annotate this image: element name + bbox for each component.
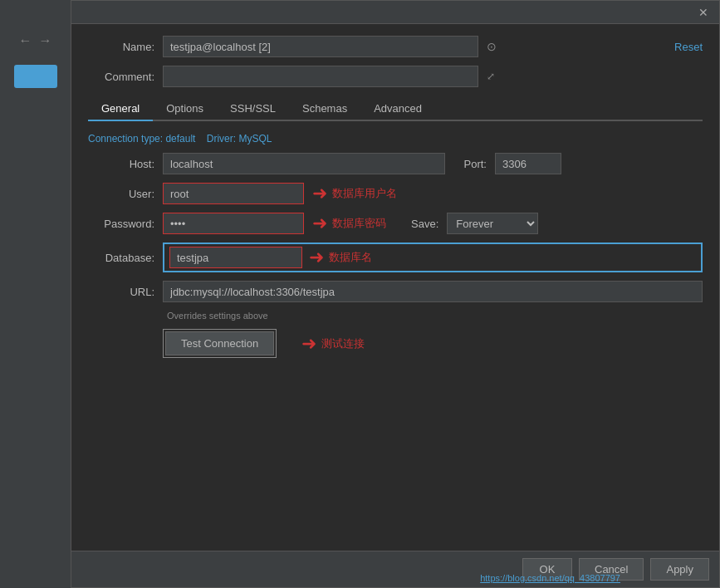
password-row: Password: ➜ 数据库密码 Save: Forever For Sess… [88, 213, 703, 234]
database-label: Database: [88, 252, 154, 264]
tab-sshssl[interactable]: SSH/SSL [217, 97, 289, 121]
database-arrow-icon: ➜ [309, 247, 324, 268]
user-input[interactable] [163, 183, 304, 204]
bottom-bar: OK Cancel Apply [71, 551, 719, 587]
save-select[interactable]: Forever For Session Never [447, 213, 538, 234]
password-annotation-text: 数据库密码 [332, 216, 386, 231]
tab-general[interactable]: General [88, 97, 153, 121]
password-label: Password: [88, 218, 154, 230]
database-row: Database: ➜ 数据库名 [88, 243, 703, 272]
tabs: General Options SSH/SSL Schemas Advanced [88, 97, 703, 121]
url-input[interactable] [163, 281, 703, 302]
database-annotation: ➜ 数据库名 [309, 247, 372, 268]
database-input[interactable] [169, 247, 302, 268]
host-row: Host: Port: [88, 153, 703, 174]
reset-link[interactable]: Reset [674, 41, 703, 53]
test-connection-button[interactable]: Test Connection [165, 331, 274, 355]
user-row: User: ➜ 数据库用户名 [88, 183, 703, 204]
port-label: Port: [453, 158, 487, 170]
comment-row: Comment: ⤢ [88, 66, 703, 87]
password-input[interactable] [163, 213, 304, 234]
dialog: ✕ Name: ⊙ Reset Comment: ⤢ General Optio… [71, 0, 720, 588]
test-conn-arrow-icon: ➜ [301, 333, 316, 355]
connection-info: Connection type: default Driver: MySQL [88, 133, 703, 145]
tab-options[interactable]: Options [153, 97, 217, 121]
database-annotation-text: 数据库名 [329, 250, 372, 265]
user-arrow-icon: ➜ [312, 183, 327, 204]
password-annotation: ➜ 数据库密码 [312, 213, 386, 234]
database-section: ➜ 数据库名 [163, 243, 703, 272]
sidebar-nav: ← → [19, 33, 52, 48]
dialog-content: Name: ⊙ Reset Comment: ⤢ General Options… [71, 24, 719, 551]
overrides-text: Overrides settings above [167, 311, 703, 321]
url-row: URL: [88, 281, 703, 302]
nav-back-icon[interactable]: ← [19, 33, 32, 48]
comment-input[interactable] [163, 66, 478, 87]
close-button[interactable]: ✕ [694, 4, 713, 21]
host-input[interactable] [163, 153, 445, 174]
test-connection-annotation: ➜ 测试连接 [301, 333, 365, 355]
password-arrow-icon: ➜ [312, 213, 327, 234]
name-input[interactable] [163, 36, 478, 57]
user-label: User: [88, 188, 154, 200]
sidebar: ← → [0, 0, 71, 588]
comment-expand-icon[interactable]: ⤢ [487, 71, 495, 82]
tab-advanced[interactable]: Advanced [360, 97, 435, 121]
tab-schemas[interactable]: Schemas [289, 97, 360, 121]
name-expand-icon[interactable]: ⊙ [487, 40, 497, 53]
sidebar-active-item[interactable] [14, 65, 57, 88]
name-label: Name: [88, 41, 154, 53]
nav-forward-icon[interactable]: → [39, 33, 52, 48]
port-input[interactable] [495, 153, 561, 174]
apply-button[interactable]: Apply [650, 558, 709, 581]
test-conn-annotation-text: 测试连接 [321, 336, 365, 351]
save-label: Save: [411, 218, 438, 230]
comment-label: Comment: [88, 71, 154, 83]
titlebar: ✕ [71, 1, 719, 24]
user-annotation-text: 数据库用户名 [332, 186, 397, 201]
csdn-link[interactable]: https://blog.csdn.net/qq_43807797 [480, 573, 620, 583]
name-row: Name: ⊙ Reset [88, 36, 703, 57]
user-annotation: ➜ 数据库用户名 [312, 183, 397, 204]
test-connection-box: Test Connection [163, 329, 277, 358]
url-label: URL: [88, 286, 154, 298]
host-label: Host: [88, 158, 154, 170]
test-connection-wrapper: Test Connection ➜ 测试连接 [163, 329, 703, 358]
